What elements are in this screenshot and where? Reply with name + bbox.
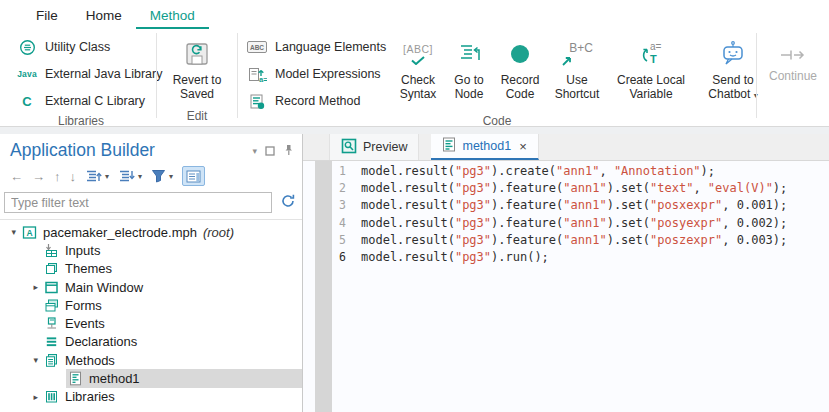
continue-icon: [779, 41, 807, 69]
external-java-library-button[interactable]: Java External Java Library: [16, 62, 150, 86]
revert-to-saved-button[interactable]: Revert to Saved: [157, 33, 237, 101]
preview-icon: [341, 138, 357, 157]
create-local-variable-label: Create Local Variable: [608, 73, 694, 101]
declarations-icon: [43, 334, 59, 349]
filter-funnel-icon: [151, 169, 166, 183]
language-elements-label: Language Elements: [275, 40, 386, 54]
tree-item-body: Libraries: [42, 388, 302, 406]
send-to-chatbot-icon: [719, 35, 747, 73]
pin-icon[interactable]: [283, 142, 294, 160]
dropdown-icon[interactable]: ▾: [252, 146, 257, 156]
application-builder-panel: Application Builder ▾ ← → ↑ ↓ ▾ ▾: [0, 134, 303, 412]
model-expressions-button[interactable]: a= Model Expressions: [246, 62, 382, 86]
line-number: 5: [303, 233, 348, 247]
check-syntax-button[interactable]: [ABC] Check Syntax: [392, 33, 444, 101]
tree-item-main-window[interactable]: ▸Main Window: [0, 278, 302, 296]
utility-class-button[interactable]: Utility Class: [16, 35, 150, 59]
language-elements-button[interactable]: ABC Language Elements: [246, 35, 382, 59]
use-shortcut-label: Use Shortcut: [548, 73, 606, 101]
tree-item-declarations[interactable]: Declarations: [0, 333, 302, 351]
show-report-toggle-button[interactable]: [182, 166, 205, 186]
tree-expand-caret[interactable]: ▸: [0, 392, 42, 402]
tree-item-method1[interactable]: method1: [0, 369, 302, 387]
tree-item-inputs[interactable]: Inputs: [0, 241, 302, 259]
forward-arrow-icon[interactable]: →: [32, 170, 45, 183]
tree-item-themes[interactable]: Themes: [0, 260, 302, 278]
create-local-variable-icon: a=T: [638, 35, 664, 73]
line-number: 1: [303, 164, 348, 178]
tab-method1[interactable]: method1 ×: [431, 134, 538, 160]
refresh-icon[interactable]: [280, 193, 296, 213]
code-line[interactable]: 6model.result("pg3").run();: [303, 250, 829, 267]
tab-file[interactable]: File: [22, 3, 72, 29]
code-text: model.result("pg3").create("ann1", "Anno…: [348, 164, 715, 178]
tree-item-methods[interactable]: ▾Methods: [0, 351, 302, 369]
line-number: 4: [303, 216, 348, 230]
language-elements-icon: ABC: [246, 41, 268, 53]
show-report-icon: [186, 170, 201, 183]
use-shortcut-button[interactable]: B+C Use Shortcut: [548, 33, 606, 101]
svg-text:a=: a=: [650, 41, 662, 52]
close-icon[interactable]: ×: [519, 139, 527, 154]
tree-expand-caret[interactable]: ▸: [0, 282, 42, 292]
continue-label: Continue: [769, 69, 817, 83]
tree-collapse-caret[interactable]: ▾: [0, 227, 20, 237]
tree-item-label: Inputs: [65, 243, 100, 258]
line-number: 2: [303, 181, 348, 195]
preview-tab-label: Preview: [363, 140, 407, 154]
tree-item-label: Main Window: [65, 280, 143, 295]
tree-item-events[interactable]: Events: [0, 314, 302, 332]
filter-button[interactable]: ▾: [151, 169, 173, 183]
revert-to-saved-label: Revert to Saved: [157, 73, 237, 101]
filter-input[interactable]: [4, 192, 272, 213]
create-local-variable-button[interactable]: a=T Create Local Variable: [608, 33, 694, 101]
tree-collapse-caret[interactable]: ▾: [0, 355, 42, 365]
tree-item-forms[interactable]: Forms: [0, 296, 302, 314]
move-down-arrow-icon[interactable]: ↓: [70, 170, 77, 183]
tree-item-label: Declarations: [65, 334, 137, 349]
chevron-down-icon: ▾: [169, 172, 173, 181]
code-line[interactable]: 3model.result("pg3").feature("ann1").set…: [303, 198, 829, 215]
back-arrow-icon[interactable]: ←: [10, 170, 23, 183]
code-line[interactable]: 5model.result("pg3").feature("ann1").set…: [303, 233, 829, 250]
tree-item-libraries[interactable]: ▸Libraries: [0, 388, 302, 406]
move-up-arrow-icon[interactable]: ↑: [54, 170, 61, 183]
tree-item-label: Forms: [65, 298, 102, 313]
method-editor: Preview method1 × 1model.result("pg3").c…: [303, 134, 829, 412]
editor-tabbar: Preview method1 ×: [303, 134, 829, 161]
chevron-down-icon: ▾: [105, 172, 109, 181]
inputs-icon: [43, 243, 59, 258]
model-expressions-label: Model Expressions: [275, 67, 381, 81]
go-to-node-label: Go to Node: [446, 73, 492, 101]
method-icon: [442, 137, 456, 155]
svg-text:a=: a=: [259, 75, 267, 83]
record-code-label: Record Code: [494, 73, 546, 101]
tree-toolbar: ← → ↑ ↓ ▾ ▾ ▾: [0, 161, 302, 188]
code-line[interactable]: 1model.result("pg3").create("ann1", "Ann…: [303, 164, 829, 181]
code-text: model.result("pg3").feature("ann1").set(…: [348, 233, 787, 247]
continue-button[interactable]: Continue: [757, 33, 829, 83]
tree-item-label: Libraries: [65, 389, 115, 404]
edit-group-label: Edit: [157, 108, 237, 126]
tab-method[interactable]: Method: [136, 3, 209, 29]
external-c-library-button[interactable]: C External C Library: [16, 89, 150, 113]
expand-list-button[interactable]: ▾: [85, 169, 109, 183]
collapse-list-button[interactable]: ▾: [118, 169, 142, 183]
panel-title: Application Builder: [10, 140, 252, 161]
record-method-label: Record Method: [275, 94, 360, 108]
code-editor[interactable]: 1model.result("pg3").create("ann1", "Ann…: [303, 161, 829, 412]
go-to-node-button[interactable]: Go to Node: [446, 33, 492, 101]
record-method-button[interactable]: Record Method: [246, 89, 382, 113]
menubar: File Home Method: [0, 0, 829, 29]
code-line[interactable]: 2model.result("pg3").feature("ann1").set…: [303, 181, 829, 198]
tab-preview[interactable]: Preview: [329, 134, 419, 160]
code-line[interactable]: 4model.result("pg3").feature("ann1").set…: [303, 216, 829, 233]
float-icon[interactable]: [265, 142, 275, 160]
ribbon-group-continue: Continue: [757, 29, 829, 126]
tree-item-body: Apacemaker_electrode.mph(root): [20, 223, 302, 241]
collapse-list-icon: [118, 169, 135, 183]
record-code-button[interactable]: Record Code: [494, 33, 546, 101]
tree-item-pacemaker-electrode-mph[interactable]: ▾Apacemaker_electrode.mph(root): [0, 223, 302, 241]
java-icon: Java: [16, 69, 38, 79]
tab-home[interactable]: Home: [72, 3, 136, 29]
